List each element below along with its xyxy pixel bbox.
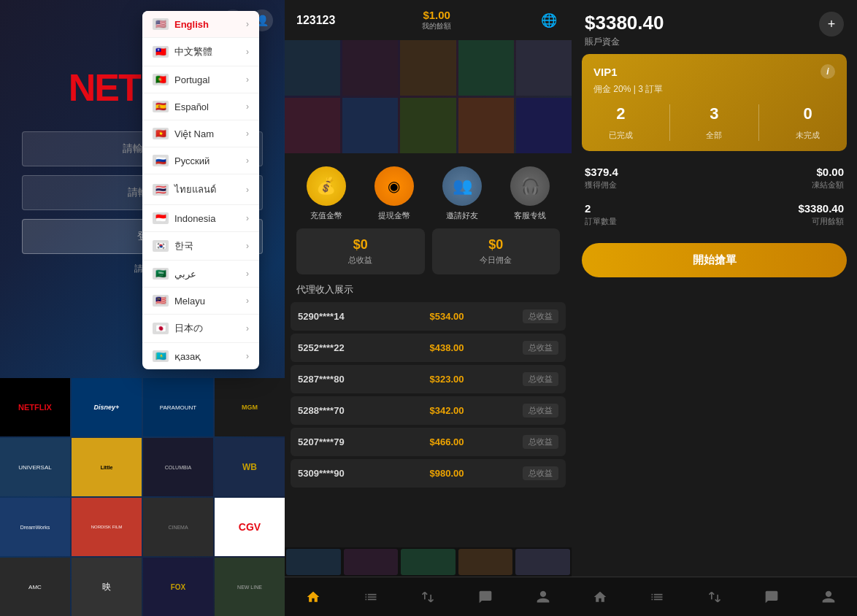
lang-item-english[interactable]: 🇺🇸 English › [142, 11, 259, 38]
chevron-right-icon: › [246, 128, 249, 139]
fin-frozen-label: 凍結金額 [718, 180, 845, 190]
vip-commission-label: 佣金 20% | 3 訂單 [593, 83, 835, 96]
vip-divider [758, 104, 759, 141]
chevron-right-icon: › [246, 74, 249, 85]
right-panel: $3380.40 賬戶資金 + VIP1 i 佣金 20% | 3 訂單 2 已… [572, 0, 857, 616]
lang-label-espanol: Español [174, 101, 209, 112]
action-support[interactable]: 🎧 客服专线 [510, 166, 550, 221]
withdraw-icon: ◉ [374, 166, 414, 206]
add-funds-button[interactable]: + [819, 12, 844, 36]
globe-icon-middle[interactable]: 🌐 [538, 9, 560, 31]
invite-label: 邀請好友 [446, 210, 478, 221]
fin-frozen-val: $0.00 [718, 166, 845, 178]
middle-header: 123123 $1.00 我的餘額 🌐 [285, 0, 572, 40]
action-recharge[interactable]: 💰 充值金幣 [307, 166, 346, 221]
nav-home-right[interactable] [572, 577, 629, 616]
chevron-right-icon: › [246, 185, 249, 195]
flag-kz: 🇰🇿 [153, 350, 169, 362]
agent-id-0: 5290****14 [298, 311, 371, 322]
fin-commission-val: $379.4 [585, 166, 712, 178]
agent-tag-3: 总收益 [523, 404, 558, 417]
vip-incomplete-label: 未完成 [796, 130, 820, 141]
lang-item-korean[interactable]: 🇰🇷 한국 › [142, 232, 259, 261]
vip-stat-all: 3 全部 [706, 104, 722, 141]
stat-total-amount: $0 [305, 237, 416, 253]
withdraw-label: 提現金幣 [378, 210, 410, 221]
agent-row: 5207****79 $466.00 总收益 [291, 428, 566, 456]
nav-profile[interactable] [514, 577, 572, 616]
fin-available-label: 可用餘額 [718, 216, 845, 227]
lang-item-thai[interactable]: 🇹🇭 ไทยแลนด์ › [142, 174, 259, 205]
nav-message[interactable] [457, 577, 515, 616]
nav-message-right[interactable] [743, 577, 800, 616]
fin-available-val: $3380.40 [718, 202, 845, 215]
lang-label-malay: Melayu [174, 296, 205, 307]
support-icon: 🎧 [510, 166, 550, 206]
chevron-right-icon: › [246, 19, 249, 29]
nav-list[interactable] [342, 577, 400, 616]
balance-display: $1.00 我的餘額 [422, 9, 451, 31]
action-withdraw[interactable]: ◉ 提現金幣 [374, 166, 414, 221]
brand-fox: FOX [143, 558, 213, 616]
agent-list: 5290****14 $534.00 总收益 5252****22 $438.0… [285, 302, 572, 547]
lang-label-vietnam: Việt Nam [174, 128, 214, 139]
chevron-right-icon: › [246, 101, 249, 112]
vip-incomplete-val: 0 [803, 104, 812, 123]
lang-item-japanese[interactable]: 🇯🇵 日本の › [142, 315, 259, 343]
flag-us: 🇺🇸 [153, 18, 169, 30]
chevron-right-icon: › [246, 241, 249, 251]
vip-stat-incomplete: 0 未完成 [796, 104, 820, 141]
lang-item-indonesia[interactable]: 🇮🇩 Indonesia › [142, 205, 259, 232]
fin-orders-val: 2 [585, 202, 712, 215]
nav-profile-right[interactable] [800, 577, 857, 616]
lang-item-chinese-trad[interactable]: 🇹🇼 中文繁體 › [142, 38, 259, 66]
support-label: 客服专线 [514, 210, 546, 221]
agent-tag-1: 总收益 [523, 341, 558, 355]
hero-cell-10 [516, 98, 572, 153]
flag-my: 🇲🇾 [153, 295, 169, 307]
start-orders-button[interactable]: 開始搶單 [582, 243, 847, 277]
lang-label-kazakh: қазақ [174, 351, 201, 362]
hero-banner [285, 40, 572, 153]
balance-label: 我的餘額 [422, 21, 451, 31]
brand-paramount: PARAMOUNT [143, 378, 213, 436]
bottom-nav-right [572, 577, 857, 616]
lang-item-russian[interactable]: 🇷🇺 Русский › [142, 147, 259, 174]
info-icon[interactable]: i [821, 64, 835, 79]
lang-item-arabic[interactable]: 🇸🇦 عربي › [142, 261, 259, 288]
stat-total-label: 总收益 [305, 255, 416, 266]
nav-home[interactable] [285, 577, 342, 616]
bottom-nav-middle [285, 577, 572, 616]
fin-commission-earned: $379.4 獲得佣金 [582, 160, 715, 196]
agent-tag-0: 总收益 [523, 309, 558, 323]
stat-today: $0 今日佣金 [432, 228, 561, 274]
vip-completed-label: 已完成 [609, 130, 633, 141]
quick-actions: 💰 充值金幣 ◉ 提現金幣 👥 邀請好友 🎧 客服专线 [285, 153, 572, 228]
flag-pt: 🇵🇹 [153, 74, 169, 85]
lang-label-arabic: عربي [174, 269, 196, 280]
brand-columbia: COLUMBIA [143, 438, 213, 496]
hero-cell-5 [516, 40, 572, 96]
agent-amount-4: $466.00 [430, 436, 464, 447]
lang-item-portugal[interactable]: 🇵🇹 Portugal › [142, 66, 259, 93]
flag-ru: 🇷🇺 [153, 155, 169, 166]
flag-tw: 🇹🇼 [153, 46, 169, 58]
agent-tag-4: 总收益 [523, 435, 558, 449]
action-invite[interactable]: 👥 邀請好友 [442, 166, 482, 221]
agent-row: 5288****70 $342.00 总收益 [291, 396, 566, 425]
fin-orders: 2 訂單數量 [582, 196, 715, 233]
agent-amount-1: $438.00 [430, 342, 464, 353]
lang-item-malay[interactable]: 🇲🇾 Melayu › [142, 288, 259, 315]
lang-item-vietnam[interactable]: 🇻🇳 Việt Nam › [142, 120, 259, 147]
stat-today-amount: $0 [441, 237, 552, 253]
flag-sa: 🇸🇦 [153, 268, 169, 280]
lang-item-kazakh[interactable]: 🇰🇿 қазақ › [142, 343, 259, 369]
brand-logos-grid: NETFLIX Disney+ PARAMOUNT MGM UNIVERSAL … [0, 378, 285, 616]
nav-transfer[interactable] [399, 577, 457, 616]
agent-amount-3: $342.00 [430, 405, 464, 416]
hero-cell-6 [285, 98, 340, 153]
nav-list-right[interactable] [629, 577, 685, 616]
lang-item-espanol[interactable]: 🇪🇸 Español › [142, 93, 259, 120]
nav-transfer-right[interactable] [685, 577, 742, 616]
right-balance-amount: $3380.40 [585, 12, 664, 34]
